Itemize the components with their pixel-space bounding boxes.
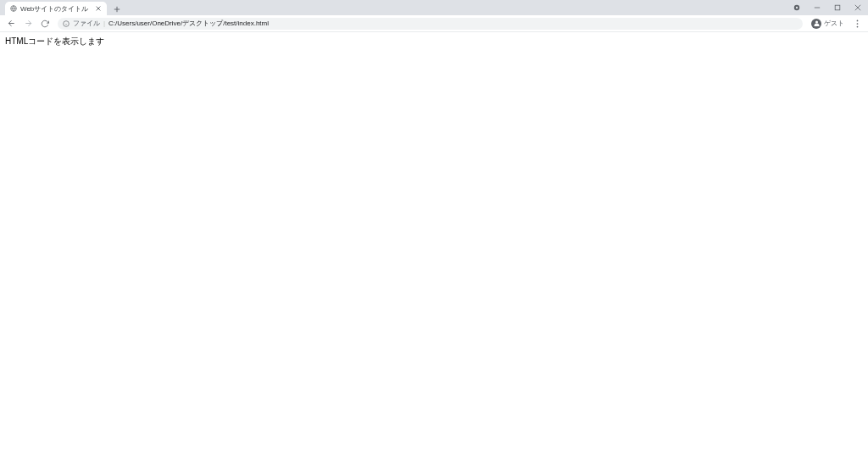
svg-rect-9 — [835, 5, 840, 10]
new-tab-button[interactable] — [110, 3, 124, 15]
forward-button[interactable] — [20, 16, 36, 31]
info-icon — [63, 20, 70, 27]
address-bar: ファイル | C:/Users/user/OneDrive/デスクトップ/tes… — [0, 15, 868, 32]
globe-icon — [10, 5, 17, 12]
profile-button[interactable]: ゲスト — [808, 19, 848, 29]
window-controls — [787, 0, 868, 15]
close-tab-icon[interactable] — [95, 5, 102, 12]
toolbar-right: ゲスト — [808, 16, 865, 31]
svg-point-7 — [796, 7, 798, 8]
page-content: HTMLコードを表示します — [0, 32, 868, 51]
svg-point-20 — [856, 25, 858, 27]
omnibox-url: C:/Users/user/OneDrive/デスクトップ/test/index… — [108, 19, 269, 28]
tab-title: Webサイトのタイトル — [20, 4, 92, 14]
account-indicator-icon[interactable] — [787, 0, 807, 15]
menu-button[interactable] — [849, 16, 865, 31]
browser-title-bar: Webサイトのタイトル — [0, 0, 868, 15]
page-body-text: HTMLコードを表示します — [5, 36, 104, 46]
reload-button[interactable] — [37, 16, 53, 31]
browser-tab[interactable]: Webサイトのタイトル — [5, 2, 107, 15]
person-icon — [811, 19, 821, 29]
maximize-button[interactable] — [827, 0, 848, 15]
profile-label: ゲスト — [824, 19, 844, 28]
file-label: ファイル — [73, 19, 100, 28]
svg-point-17 — [815, 21, 818, 24]
omnibox[interactable]: ファイル | C:/Users/user/OneDrive/デスクトップ/tes… — [58, 18, 803, 30]
close-window-button[interactable] — [848, 0, 868, 15]
svg-point-19 — [856, 23, 858, 25]
minimize-button[interactable] — [807, 0, 827, 15]
omnibox-separator: | — [103, 20, 105, 27]
back-button[interactable] — [3, 16, 19, 31]
svg-point-18 — [856, 20, 858, 21]
